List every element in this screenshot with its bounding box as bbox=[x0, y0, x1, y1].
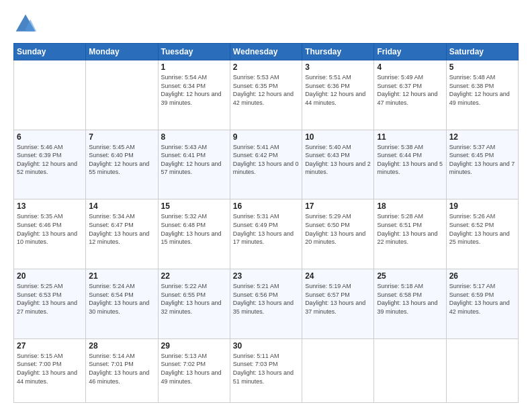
day-info: Sunrise: 5:53 AM Sunset: 6:35 PM Dayligh… bbox=[233, 73, 299, 107]
calendar-cell: 12Sunrise: 5:37 AM Sunset: 6:45 PM Dayli… bbox=[446, 130, 518, 199]
calendar-cell: 14Sunrise: 5:34 AM Sunset: 6:47 PM Dayli… bbox=[86, 199, 158, 269]
day-info: Sunrise: 5:11 AM Sunset: 7:03 PM Dayligh… bbox=[233, 352, 299, 385]
week-row-1: 1Sunrise: 5:54 AM Sunset: 6:34 PM Daylig… bbox=[14, 60, 519, 130]
logo bbox=[13, 12, 42, 36]
day-info: Sunrise: 5:40 AM Sunset: 6:43 PM Dayligh… bbox=[305, 143, 371, 177]
day-number: 18 bbox=[377, 201, 443, 211]
week-row-2: 6Sunrise: 5:46 AM Sunset: 6:39 PM Daylig… bbox=[14, 130, 519, 199]
day-number: 1 bbox=[161, 62, 227, 72]
day-info: Sunrise: 5:22 AM Sunset: 6:55 PM Dayligh… bbox=[161, 282, 227, 316]
day-number: 12 bbox=[449, 132, 515, 142]
calendar-cell: 25Sunrise: 5:18 AM Sunset: 6:58 PM Dayli… bbox=[374, 269, 446, 339]
day-number: 17 bbox=[305, 201, 371, 211]
weekday-header-row: SundayMondayTuesdayWednesdayThursdayFrid… bbox=[14, 44, 519, 60]
day-info: Sunrise: 5:15 AM Sunset: 7:00 PM Dayligh… bbox=[17, 352, 83, 385]
day-info: Sunrise: 5:17 AM Sunset: 6:59 PM Dayligh… bbox=[449, 282, 515, 316]
day-info: Sunrise: 5:21 AM Sunset: 6:56 PM Dayligh… bbox=[233, 282, 299, 316]
day-number: 13 bbox=[17, 201, 83, 211]
day-info: Sunrise: 5:34 AM Sunset: 6:47 PM Dayligh… bbox=[89, 212, 154, 246]
weekday-header-thursday: Thursday bbox=[302, 44, 374, 60]
weekday-header-monday: Monday bbox=[86, 44, 158, 60]
calendar-cell: 19Sunrise: 5:26 AM Sunset: 6:52 PM Dayli… bbox=[446, 199, 518, 269]
calendar-cell: 18Sunrise: 5:28 AM Sunset: 6:51 PM Dayli… bbox=[374, 199, 446, 269]
day-number: 28 bbox=[89, 341, 154, 351]
day-info: Sunrise: 5:14 AM Sunset: 7:01 PM Dayligh… bbox=[89, 352, 154, 385]
day-number: 7 bbox=[89, 132, 154, 142]
day-info: Sunrise: 5:46 AM Sunset: 6:39 PM Dayligh… bbox=[17, 143, 83, 177]
day-info: Sunrise: 5:25 AM Sunset: 6:53 PM Dayligh… bbox=[17, 282, 83, 316]
calendar-cell: 29Sunrise: 5:13 AM Sunset: 7:02 PM Dayli… bbox=[158, 338, 230, 402]
day-info: Sunrise: 5:32 AM Sunset: 6:48 PM Dayligh… bbox=[161, 212, 227, 246]
day-number: 2 bbox=[233, 62, 299, 72]
day-number: 23 bbox=[233, 271, 299, 281]
calendar-cell: 11Sunrise: 5:38 AM Sunset: 6:44 PM Dayli… bbox=[374, 130, 446, 199]
day-number: 11 bbox=[377, 132, 443, 142]
calendar-cell: 15Sunrise: 5:32 AM Sunset: 6:48 PM Dayli… bbox=[158, 199, 230, 269]
header bbox=[13, 12, 519, 36]
calendar-cell: 28Sunrise: 5:14 AM Sunset: 7:01 PM Dayli… bbox=[86, 338, 158, 402]
day-info: Sunrise: 5:13 AM Sunset: 7:02 PM Dayligh… bbox=[161, 352, 227, 385]
week-row-4: 20Sunrise: 5:25 AM Sunset: 6:53 PM Dayli… bbox=[14, 269, 519, 339]
calendar-cell: 9Sunrise: 5:41 AM Sunset: 6:42 PM Daylig… bbox=[230, 130, 302, 199]
calendar-cell: 3Sunrise: 5:51 AM Sunset: 6:36 PM Daylig… bbox=[302, 60, 374, 130]
week-row-3: 13Sunrise: 5:35 AM Sunset: 6:46 PM Dayli… bbox=[14, 199, 519, 269]
calendar-table: SundayMondayTuesdayWednesdayThursdayFrid… bbox=[13, 43, 519, 403]
calendar-cell: 10Sunrise: 5:40 AM Sunset: 6:43 PM Dayli… bbox=[302, 130, 374, 199]
calendar-cell: 22Sunrise: 5:22 AM Sunset: 6:55 PM Dayli… bbox=[158, 269, 230, 339]
calendar-cell: 30Sunrise: 5:11 AM Sunset: 7:03 PM Dayli… bbox=[230, 338, 302, 402]
day-number: 19 bbox=[449, 201, 515, 211]
calendar-cell: 21Sunrise: 5:24 AM Sunset: 6:54 PM Dayli… bbox=[86, 269, 158, 339]
day-number: 6 bbox=[17, 132, 83, 142]
day-number: 26 bbox=[449, 271, 515, 281]
calendar-cell bbox=[302, 338, 374, 402]
day-number: 3 bbox=[305, 62, 371, 72]
day-number: 22 bbox=[161, 271, 227, 281]
day-number: 4 bbox=[377, 62, 443, 72]
calendar-cell: 20Sunrise: 5:25 AM Sunset: 6:53 PM Dayli… bbox=[14, 269, 86, 339]
day-info: Sunrise: 5:28 AM Sunset: 6:51 PM Dayligh… bbox=[377, 212, 443, 246]
calendar-cell: 24Sunrise: 5:19 AM Sunset: 6:57 PM Dayli… bbox=[302, 269, 374, 339]
day-number: 5 bbox=[449, 62, 515, 72]
day-info: Sunrise: 5:45 AM Sunset: 6:40 PM Dayligh… bbox=[89, 143, 154, 177]
calendar-cell: 2Sunrise: 5:53 AM Sunset: 6:35 PM Daylig… bbox=[230, 60, 302, 130]
day-info: Sunrise: 5:31 AM Sunset: 6:49 PM Dayligh… bbox=[233, 212, 299, 246]
day-number: 14 bbox=[89, 201, 154, 211]
day-number: 21 bbox=[89, 271, 154, 281]
weekday-header-sunday: Sunday bbox=[14, 44, 86, 60]
calendar-cell: 7Sunrise: 5:45 AM Sunset: 6:40 PM Daylig… bbox=[86, 130, 158, 199]
day-info: Sunrise: 5:24 AM Sunset: 6:54 PM Dayligh… bbox=[89, 282, 154, 316]
page: SundayMondayTuesdayWednesdayThursdayFrid… bbox=[0, 0, 532, 411]
calendar-cell bbox=[446, 338, 518, 402]
calendar-cell bbox=[14, 60, 86, 130]
calendar-cell: 23Sunrise: 5:21 AM Sunset: 6:56 PM Dayli… bbox=[230, 269, 302, 339]
day-number: 10 bbox=[305, 132, 371, 142]
day-number: 29 bbox=[161, 341, 227, 351]
day-number: 25 bbox=[377, 271, 443, 281]
day-info: Sunrise: 5:26 AM Sunset: 6:52 PM Dayligh… bbox=[449, 212, 515, 246]
day-info: Sunrise: 5:48 AM Sunset: 6:38 PM Dayligh… bbox=[449, 73, 515, 107]
day-info: Sunrise: 5:37 AM Sunset: 6:45 PM Dayligh… bbox=[449, 143, 515, 177]
day-number: 9 bbox=[233, 132, 299, 142]
day-info: Sunrise: 5:41 AM Sunset: 6:42 PM Dayligh… bbox=[233, 143, 299, 177]
day-info: Sunrise: 5:54 AM Sunset: 6:34 PM Dayligh… bbox=[161, 73, 227, 107]
day-info: Sunrise: 5:49 AM Sunset: 6:37 PM Dayligh… bbox=[377, 73, 443, 107]
day-number: 27 bbox=[17, 341, 83, 351]
calendar-cell: 26Sunrise: 5:17 AM Sunset: 6:59 PM Dayli… bbox=[446, 269, 518, 339]
calendar-cell: 6Sunrise: 5:46 AM Sunset: 6:39 PM Daylig… bbox=[14, 130, 86, 199]
calendar-cell: 4Sunrise: 5:49 AM Sunset: 6:37 PM Daylig… bbox=[374, 60, 446, 130]
day-info: Sunrise: 5:38 AM Sunset: 6:44 PM Dayligh… bbox=[377, 143, 443, 177]
day-number: 15 bbox=[161, 201, 227, 211]
calendar-cell: 17Sunrise: 5:29 AM Sunset: 6:50 PM Dayli… bbox=[302, 199, 374, 269]
weekday-header-tuesday: Tuesday bbox=[158, 44, 230, 60]
day-number: 24 bbox=[305, 271, 371, 281]
day-info: Sunrise: 5:29 AM Sunset: 6:50 PM Dayligh… bbox=[305, 212, 371, 246]
calendar-cell bbox=[86, 60, 158, 130]
calendar-cell: 13Sunrise: 5:35 AM Sunset: 6:46 PM Dayli… bbox=[14, 199, 86, 269]
day-number: 20 bbox=[17, 271, 83, 281]
calendar-cell: 27Sunrise: 5:15 AM Sunset: 7:00 PM Dayli… bbox=[14, 338, 86, 402]
day-info: Sunrise: 5:35 AM Sunset: 6:46 PM Dayligh… bbox=[17, 212, 83, 246]
day-info: Sunrise: 5:18 AM Sunset: 6:58 PM Dayligh… bbox=[377, 282, 443, 316]
calendar-cell: 8Sunrise: 5:43 AM Sunset: 6:41 PM Daylig… bbox=[158, 130, 230, 199]
day-info: Sunrise: 5:19 AM Sunset: 6:57 PM Dayligh… bbox=[305, 282, 371, 316]
calendar-cell: 1Sunrise: 5:54 AM Sunset: 6:34 PM Daylig… bbox=[158, 60, 230, 130]
